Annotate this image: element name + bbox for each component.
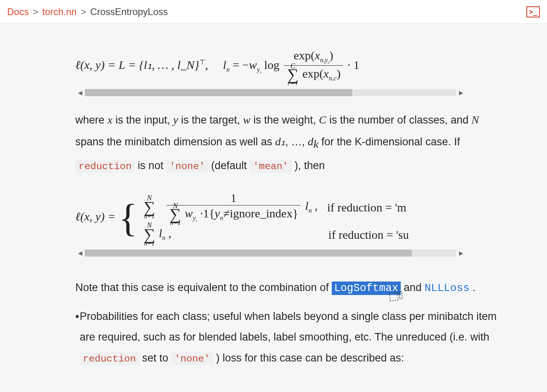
breadcrumb-module[interactable]: torch.nn: [42, 6, 77, 17]
bullet-probabilities: • Probabilities for each class; useful w…: [75, 306, 503, 369]
code-reduction: reduction: [75, 160, 135, 173]
f1-w: w: [249, 58, 257, 71]
formula-2-block: ℓ(x, y) = { ∑Nn=1 1 ∑Nn=1 wyn ·1{yn≠igno…: [75, 190, 466, 257]
scroll-left-icon[interactable]: ◀: [75, 89, 85, 96]
page-content: ℓ(x, y) = L = {l₁, … , l_N}⊤, ln = −wyn …: [0, 24, 511, 369]
paragraph-1: where x is the input, y is the target, w…: [75, 109, 495, 176]
formula-1: ℓ(x, y) = L = {l₁, … , l_N}⊤, ln = −wyn …: [75, 48, 466, 85]
breadcrumb-docs[interactable]: Docs: [7, 6, 29, 17]
breadcrumb-sep-1: >: [33, 6, 38, 17]
scroll-right-icon[interactable]: ▶: [456, 89, 466, 96]
f1-comma: ,: [205, 58, 208, 71]
f1-eq: = −: [233, 58, 249, 71]
f1-ln: l: [223, 58, 226, 71]
scroll-left-icon[interactable]: ◀: [75, 250, 85, 256]
f1-transpose: ⊤: [199, 59, 205, 66]
code-none: 'none': [166, 160, 208, 173]
terminal-icon[interactable]: >_: [526, 6, 540, 17]
selected-text-logsoftmax[interactable]: LogSoftmax: [332, 282, 401, 295]
f1-ln-sub: n: [226, 66, 230, 73]
link-nllloss[interactable]: NLLLoss: [425, 282, 469, 294]
scroll-right-icon[interactable]: ▶: [456, 250, 466, 256]
f2-cases: ∑Nn=1 1 ∑Nn=1 wyn ·1{yn≠ignore_index} ln…: [143, 192, 409, 244]
f1-w-sub: yn: [257, 66, 261, 73]
f2-lhs: ℓ(x, y) =: [75, 210, 119, 223]
breadcrumb-sep-2: >: [80, 6, 86, 17]
formula-1-block: ℓ(x, y) = L = {l₁, … , l_N}⊤, ln = −wyn …: [75, 48, 466, 97]
top-bar: Docs > torch.nn > CrossEntropyLoss >_: [0, 0, 547, 24]
formula-1-scrollbar[interactable]: ◀ ▶: [75, 88, 466, 97]
f1-log: log: [264, 58, 283, 71]
breadcrumb: Docs > torch.nn > CrossEntropyLoss: [7, 6, 168, 17]
scroll-track[interactable]: [85, 89, 456, 96]
scroll-thumb[interactable]: [85, 249, 412, 257]
code-none-2: 'none': [171, 352, 213, 365]
scroll-thumb[interactable]: [85, 89, 352, 96]
code-mean: 'mean': [250, 160, 291, 173]
equivalence-note: Note that this case is equivalent to the…: [75, 277, 499, 299]
formula-2-scrollbar[interactable]: ◀ ▶: [75, 249, 466, 257]
formula-2: ℓ(x, y) = { ∑Nn=1 1 ∑Nn=1 wyn ·1{yn≠igno…: [75, 190, 466, 245]
f1-frac: exp(xn,yn) ∑Cc=1 exp(xn,c): [284, 49, 343, 84]
bullet-marker: •: [75, 306, 80, 369]
code-reduction-2: reduction: [80, 352, 139, 365]
f1-trail: · 1: [348, 58, 360, 71]
f1-lhs: ℓ(x, y) = L = {l₁, … , l_N}: [75, 58, 199, 71]
brace-icon: {: [119, 200, 138, 236]
breadcrumb-current: CrossEntropyLoss: [90, 6, 168, 17]
f2-case-mean: ∑Nn=1 1 ∑Nn=1 wyn ·1{yn≠ignore_index} ln…: [143, 192, 409, 223]
f2-case-sum: ∑Nn=1 ln , if reduction = 'su: [143, 225, 409, 244]
scroll-track[interactable]: [85, 249, 456, 257]
